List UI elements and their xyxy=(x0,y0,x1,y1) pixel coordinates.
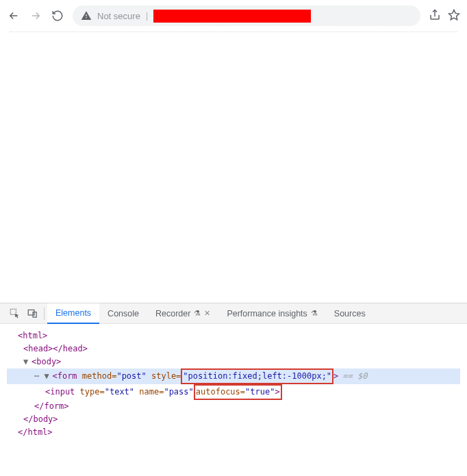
tree-node-form[interactable]: ⋯ ▼<form method="post" style="position:f… xyxy=(7,368,460,384)
inspect-element-button[interactable] xyxy=(5,304,23,323)
flask-icon: ⚗ xyxy=(311,309,318,318)
tree-node-html-close[interactable]: </html> xyxy=(7,426,460,439)
highlight-style: "position:fixed;left:-1000px;" xyxy=(181,368,333,384)
reload-button[interactable] xyxy=(51,9,64,23)
star-icon xyxy=(448,9,460,21)
forward-button[interactable] xyxy=(29,9,42,23)
share-icon xyxy=(429,9,441,21)
highlight-autofocus: autofocus="true"> xyxy=(194,384,282,400)
reload-icon xyxy=(51,10,64,22)
arrow-left-icon xyxy=(8,10,20,22)
address-bar[interactable]: Not secure | xyxy=(73,5,420,26)
tab-label: Console xyxy=(108,309,139,318)
url-redacted xyxy=(153,10,311,23)
header-divider xyxy=(44,308,45,320)
device-icon xyxy=(27,308,38,318)
back-button[interactable] xyxy=(7,9,21,23)
device-toggle-button[interactable] xyxy=(23,304,41,323)
share-button[interactable] xyxy=(429,9,441,23)
tab-performance-insights[interactable]: Performance insights⚗ xyxy=(218,303,325,324)
separator: | xyxy=(146,11,148,21)
warning-icon xyxy=(81,10,92,21)
ellipsis-icon[interactable]: ⋯ xyxy=(34,371,39,381)
tree-node-form-close[interactable]: </form> xyxy=(7,400,460,413)
tab-label: Performance insights xyxy=(227,309,307,318)
expand-toggle-icon[interactable]: ▼ xyxy=(23,355,31,368)
tree-node-head[interactable]: <head></head> xyxy=(7,342,460,355)
tab-label: Recorder xyxy=(155,309,190,318)
tab-elements[interactable]: Elements xyxy=(47,303,99,324)
inspect-icon xyxy=(10,308,20,318)
elements-tree[interactable]: <html> <head></head> ▼<body> ⋯ ▼<form me… xyxy=(0,324,467,444)
tree-node-body[interactable]: ▼<body> xyxy=(7,355,460,368)
tab-console[interactable]: Console xyxy=(99,303,147,324)
expand-toggle-icon[interactable]: ▼ xyxy=(44,370,52,383)
devtools-tabs: Elements Console Recorder⚗✕ Performance … xyxy=(47,303,374,324)
devtools-header: Elements Console Recorder⚗✕ Performance … xyxy=(0,303,467,324)
flask-icon: ⚗ xyxy=(194,309,201,318)
bookmark-button[interactable] xyxy=(448,9,460,23)
tab-label: Sources xyxy=(334,309,366,318)
page-content xyxy=(0,32,467,303)
tab-label: Elements xyxy=(55,308,91,318)
tree-node-input[interactable]: <input type="text" name="pass" autofocus… xyxy=(7,384,460,400)
tab-recorder[interactable]: Recorder⚗✕ xyxy=(147,303,218,324)
security-label: Not secure xyxy=(97,11,140,21)
devtools-panel: Elements Console Recorder⚗✕ Performance … xyxy=(0,303,467,444)
close-icon[interactable]: ✕ xyxy=(204,309,210,318)
tree-node-html[interactable]: <html> xyxy=(7,329,460,342)
tree-node-body-close[interactable]: </body> xyxy=(7,413,460,426)
selected-ref: == $0 xyxy=(342,371,367,381)
arrow-right-icon xyxy=(29,10,42,22)
tab-sources[interactable]: Sources xyxy=(326,303,374,324)
browser-toolbar: Not secure | xyxy=(0,0,467,32)
